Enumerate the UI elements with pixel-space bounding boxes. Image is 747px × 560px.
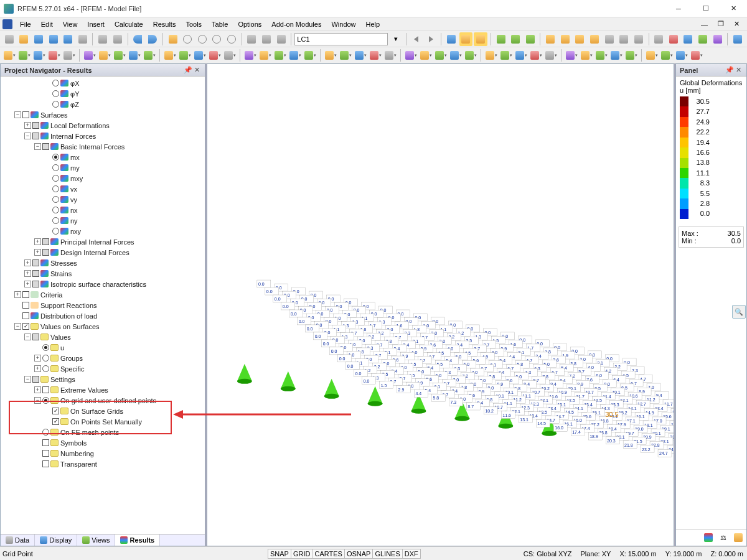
tree-item[interactable]: −Values: [2, 332, 204, 342]
prev-lc-icon[interactable]: [410, 32, 423, 46]
panel-close-icon[interactable]: ✕: [734, 66, 743, 74]
tb2-tool-17[interactable]: ▾: [273, 49, 287, 62]
nav-close-icon[interactable]: ✕: [192, 66, 201, 74]
snap-dxf[interactable]: DXF: [402, 549, 421, 559]
tb-a-icon[interactable]: [543, 32, 557, 46]
tb-e-icon[interactable]: [603, 32, 616, 46]
tb2-tool-35[interactable]: ▾: [565, 49, 578, 62]
tree-item[interactable]: −Values on Surfaces: [2, 321, 204, 332]
flag-end-icon[interactable]: [524, 32, 537, 46]
tb-values-icon[interactable]: [474, 32, 487, 46]
tb2-tool-32[interactable]: ▾: [514, 49, 528, 62]
tb2-tool-5[interactable]: ▾: [83, 49, 96, 62]
save-as-icon[interactable]: [61, 32, 75, 46]
nav-tab-views[interactable]: Views: [77, 534, 115, 546]
tree-item[interactable]: −Internal Forces: [2, 131, 204, 141]
tb-axe-i-icon[interactable]: [711, 32, 725, 46]
tb2-tool-25[interactable]: ▾: [404, 49, 418, 62]
pan-icon[interactable]: [225, 32, 238, 46]
table-icon[interactable]: [275, 32, 288, 46]
tb2-tool-6[interactable]: ▾: [98, 49, 111, 62]
tb2-tool-8[interactable]: ▾: [128, 49, 141, 62]
tb2-tool-7[interactable]: ▾: [113, 49, 126, 62]
tb2-tool-27[interactable]: ▾: [434, 49, 448, 62]
flag-start-icon[interactable]: [494, 32, 508, 46]
tb2-tool-1[interactable]: ▾: [17, 49, 31, 62]
tb-g-icon[interactable]: [632, 32, 646, 46]
undo-icon[interactable]: [131, 32, 145, 46]
tb2-tool-26[interactable]: ▾: [419, 49, 433, 62]
loadcase-select[interactable]: [294, 33, 388, 45]
grid-icon[interactable]: [260, 32, 273, 46]
print-icon[interactable]: [76, 32, 90, 46]
tree-item[interactable]: +Groups: [2, 353, 204, 363]
tb2-tool-31[interactable]: ▾: [499, 49, 513, 62]
tb-labels-icon[interactable]: [459, 32, 473, 46]
tree-item[interactable]: φX: [2, 78, 204, 88]
menu-insert[interactable]: Insert: [82, 19, 110, 29]
tree-item[interactable]: Numbering: [2, 448, 204, 459]
tb2-tool-36[interactable]: ▾: [580, 49, 593, 62]
tb2-tool-38[interactable]: ▾: [609, 49, 623, 62]
tb2-tool-29[interactable]: ▾: [464, 49, 477, 62]
menu-help[interactable]: Help: [361, 19, 385, 29]
tb2-tool-39[interactable]: ▾: [624, 49, 638, 62]
nav-tab-data[interactable]: Data: [1, 534, 35, 546]
tree-item[interactable]: my: [2, 162, 204, 173]
tree-item[interactable]: +Isotropic surface characteristics: [2, 279, 204, 289]
tb-render-icon[interactable]: [731, 32, 745, 46]
menu-view[interactable]: View: [58, 19, 83, 29]
tb2-tool-4[interactable]: ▾: [62, 49, 76, 62]
tb2-tool-18[interactable]: ▾: [288, 49, 302, 62]
tb2-tool-43[interactable]: ▾: [690, 49, 703, 62]
save-icon[interactable]: [32, 32, 45, 46]
tb2-tool-10[interactable]: ▾: [163, 49, 177, 62]
tree-item[interactable]: Transparent: [2, 459, 204, 469]
tb-c-icon[interactable]: [573, 32, 587, 46]
navigator-tree[interactable]: φXφYφZ−Surfaces+Local Deformations−Inter…: [1, 77, 205, 534]
copy-icon[interactable]: [96, 32, 110, 46]
tb2-tool-12[interactable]: ▾: [193, 49, 207, 62]
tb2-tool-21[interactable]: ▾: [339, 49, 352, 62]
tb2-tool-41[interactable]: ▾: [660, 49, 674, 62]
tree-item[interactable]: +Criteria: [2, 289, 204, 300]
menu-file[interactable]: File: [15, 19, 36, 29]
tb2-tool-14[interactable]: ▾: [223, 49, 237, 62]
tb-h-icon[interactable]: [652, 32, 666, 46]
tb2-tool-28[interactable]: ▾: [449, 49, 463, 62]
snap-cartes[interactable]: CARTES: [312, 549, 344, 559]
panel-pin-icon[interactable]: 📌: [725, 66, 734, 74]
tree-item[interactable]: −Settings: [2, 374, 204, 385]
tree-item[interactable]: +Stresses: [2, 258, 204, 268]
tree-item[interactable]: +Principal Internal Forces: [2, 236, 204, 247]
tree-item[interactable]: φY: [2, 88, 204, 99]
tb2-tool-0[interactable]: ▾: [2, 49, 16, 62]
menu-add-on-modules[interactable]: Add-on Modules: [266, 19, 326, 29]
tb2-tool-37[interactable]: ▾: [594, 49, 608, 62]
tb2-tool-42[interactable]: ▾: [675, 49, 688, 62]
next-lc-icon[interactable]: [424, 32, 438, 46]
tree-item[interactable]: Support Reactions: [2, 300, 204, 310]
snap-grid[interactable]: GRID: [291, 549, 313, 559]
app-menu-icon[interactable]: [2, 19, 12, 29]
tree-item[interactable]: +Extreme Values: [2, 385, 204, 395]
minimize-button[interactable]: ─: [665, 0, 692, 17]
search-side-icon[interactable]: 🔍: [732, 305, 746, 319]
menu-window[interactable]: Window: [326, 19, 360, 29]
tree-item[interactable]: ny: [2, 215, 204, 226]
tb-axe-z-icon[interactable]: [696, 32, 710, 46]
tb2-tool-22[interactable]: ▾: [354, 49, 367, 62]
close-button[interactable]: ✕: [720, 0, 747, 17]
tb-axe-y-icon[interactable]: [682, 32, 695, 46]
tb2-tool-16[interactable]: ▾: [258, 49, 272, 62]
menu-calculate[interactable]: Calculate: [110, 19, 148, 29]
paste-icon[interactable]: [111, 32, 125, 46]
tree-item[interactable]: −Basic Internal Forces: [2, 141, 204, 152]
tree-item[interactable]: +Design Internal Forces: [2, 247, 204, 258]
zoom-fit-icon[interactable]: [195, 32, 209, 46]
tree-item[interactable]: vx: [2, 184, 204, 194]
save-multi-icon[interactable]: [47, 32, 60, 46]
tb-pan-icon[interactable]: [444, 32, 458, 46]
flag-mid-icon[interactable]: [509, 32, 522, 46]
tb2-tool-30[interactable]: ▾: [484, 49, 498, 62]
